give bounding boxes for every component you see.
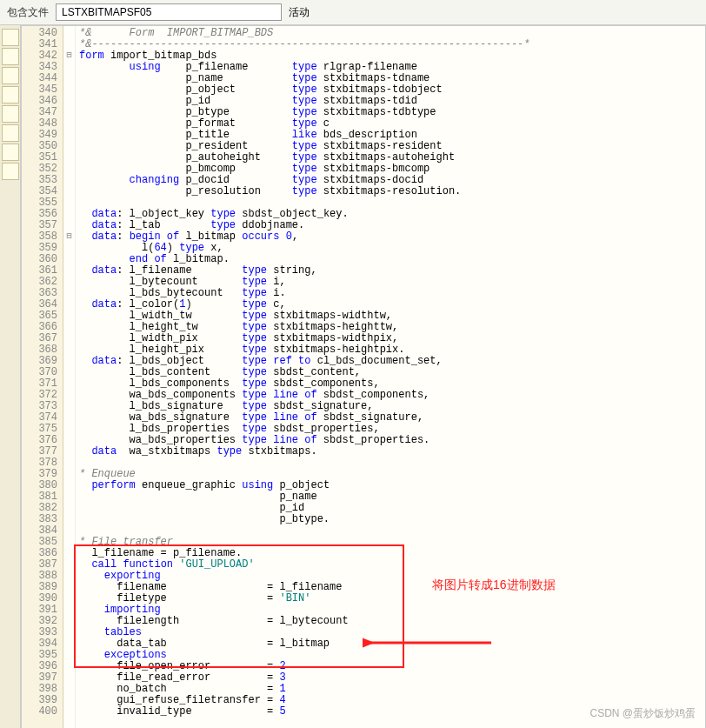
toolbar-button[interactable] <box>2 67 19 84</box>
fold-marker <box>63 377 75 388</box>
fold-marker <box>63 71 75 83</box>
fold-marker <box>63 218 75 230</box>
fold-marker <box>63 637 75 648</box>
include-file-input[interactable] <box>56 3 282 21</box>
fold-marker <box>63 150 75 162</box>
fold-marker <box>63 614 75 625</box>
toolbar-button[interactable] <box>2 144 19 161</box>
code-line[interactable]: call function 'GUI_UPLOAD' <box>79 559 702 571</box>
code-line[interactable]: p_btype. <box>79 514 702 525</box>
fold-marker <box>63 309 75 320</box>
fold-marker <box>63 331 75 343</box>
fold-marker <box>63 365 75 377</box>
include-file-label: 包含文件 <box>7 5 49 20</box>
fold-marker <box>63 433 75 444</box>
fold-marker <box>63 207 75 218</box>
fold-marker[interactable]: ⊟ <box>63 230 75 241</box>
fold-marker <box>63 196 75 207</box>
fold-marker <box>63 184 75 196</box>
code-area[interactable]: *& Form IMPORT_BITMAP_BDS*&-------------… <box>76 26 705 728</box>
toolbar-button[interactable] <box>2 124 19 142</box>
code-line[interactable] <box>79 458 702 469</box>
fold-marker <box>63 648 75 659</box>
left-toolbar <box>0 25 21 728</box>
fold-marker <box>63 343 75 354</box>
fold-marker <box>63 26 75 37</box>
fold-marker <box>63 546 75 558</box>
fold-marker <box>63 444 75 456</box>
fold-marker <box>63 297 75 309</box>
fold-marker <box>63 388 75 399</box>
code-editor[interactable]: 3403413423433443453463473483493503513523… <box>21 25 706 728</box>
toolbar-button[interactable] <box>2 48 19 65</box>
line-number: 400 <box>23 706 57 718</box>
fold-marker <box>63 580 75 591</box>
status-label: 活动 <box>289 5 310 20</box>
toolbar-button[interactable] <box>2 163 19 180</box>
fold-marker <box>63 354 75 365</box>
fold-marker <box>63 603 75 614</box>
fold-marker <box>63 105 75 117</box>
watermark: CSDN @蛋炒饭炒鸡蛋 <box>589 706 696 721</box>
fold-marker[interactable]: ⊟ <box>63 49 75 60</box>
fold-marker <box>63 501 75 512</box>
toolbar-button[interactable] <box>2 29 19 46</box>
fold-marker <box>63 139 75 150</box>
fold-marker <box>63 625 75 637</box>
fold-marker <box>63 524 75 535</box>
fold-marker <box>63 264 75 275</box>
line-number-gutter: 3403413423433443453463473483493503513523… <box>22 26 63 728</box>
fold-marker <box>63 659 75 671</box>
toolbar-button[interactable] <box>2 105 19 123</box>
fold-marker <box>63 128 75 139</box>
code-line[interactable]: filelength = l_bytecount <box>79 616 702 627</box>
fold-marker <box>63 693 75 705</box>
fold-marker <box>63 60 75 71</box>
fold-marker <box>63 490 75 501</box>
fold-marker <box>63 558 75 569</box>
fold-marker <box>63 467 75 478</box>
fold-marker <box>63 83 75 94</box>
fold-marker <box>63 94 75 105</box>
fold-marker <box>63 320 75 331</box>
fold-marker <box>63 399 75 411</box>
fold-marker <box>63 705 75 716</box>
fold-marker <box>63 241 75 252</box>
fold-marker <box>63 512 75 524</box>
code-line[interactable]: data wa_stxbitmaps type stxbitmaps. <box>79 446 702 458</box>
fold-marker <box>63 411 75 422</box>
code-line[interactable]: data_tab = l_bitmap <box>79 638 702 650</box>
fold-marker <box>63 478 75 490</box>
fold-marker <box>63 173 75 184</box>
fold-marker <box>63 37 75 49</box>
fold-marker <box>63 456 75 467</box>
main-area: 3403413423433443453463473483493503513523… <box>0 25 706 728</box>
toolbar-button[interactable] <box>2 86 19 104</box>
fold-column[interactable]: ⊟⊟ <box>63 26 76 728</box>
fold-marker <box>63 569 75 580</box>
fold-marker <box>63 422 75 433</box>
fold-marker <box>63 535 75 546</box>
fold-marker <box>63 286 75 297</box>
fold-marker <box>63 252 75 264</box>
toolbar: 包含文件 活动 <box>0 0 706 25</box>
fold-marker <box>63 275 75 286</box>
fold-marker <box>63 671 75 682</box>
code-line[interactable]: filetype = 'BIN' <box>79 593 702 604</box>
fold-marker <box>63 117 75 128</box>
code-line[interactable]: p_resolution type stxbitmaps-resolution. <box>79 186 702 197</box>
fold-marker <box>63 591 75 603</box>
annotation-text: 将图片转成16进制数据 <box>432 579 556 591</box>
fold-marker <box>63 682 75 693</box>
fold-marker <box>63 162 75 173</box>
